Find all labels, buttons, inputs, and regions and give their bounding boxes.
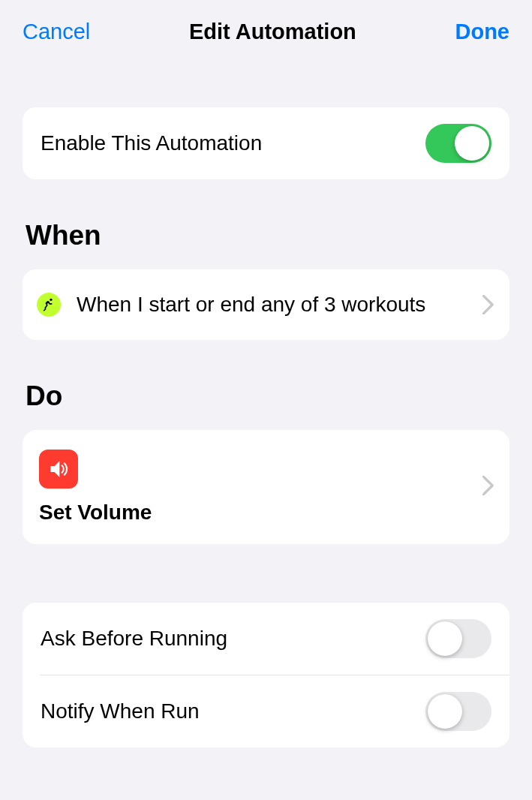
chevron-right-icon [482, 476, 494, 495]
do-section-title: Do [26, 380, 506, 412]
when-section-title: When [26, 220, 506, 251]
running-icon [37, 293, 61, 317]
page-title: Edit Automation [90, 20, 455, 44]
done-button[interactable]: Done [455, 20, 510, 44]
ask-before-running-label: Ask Before Running [41, 627, 425, 651]
notify-when-run-toggle[interactable] [425, 692, 491, 731]
action-title: Set Volume [39, 501, 478, 525]
ask-before-running-toggle[interactable] [425, 619, 491, 658]
header: Cancel Edit Automation Done [0, 0, 532, 64]
speaker-icon [39, 450, 78, 489]
options-card: Ask Before Running Notify When Run [23, 603, 509, 747]
trigger-text: When I start or end any of 3 workouts [77, 290, 482, 319]
enable-automation-label: Enable This Automation [41, 131, 425, 155]
svg-point-0 [50, 299, 52, 301]
cancel-button[interactable]: Cancel [23, 20, 90, 44]
enable-automation-toggle[interactable] [425, 124, 491, 163]
chevron-right-icon [482, 295, 494, 314]
notify-when-run-label: Notify When Run [41, 699, 425, 723]
trigger-card[interactable]: When I start or end any of 3 workouts [23, 269, 509, 340]
enable-card: Enable This Automation [23, 107, 509, 179]
action-card[interactable]: Set Volume [23, 430, 509, 544]
